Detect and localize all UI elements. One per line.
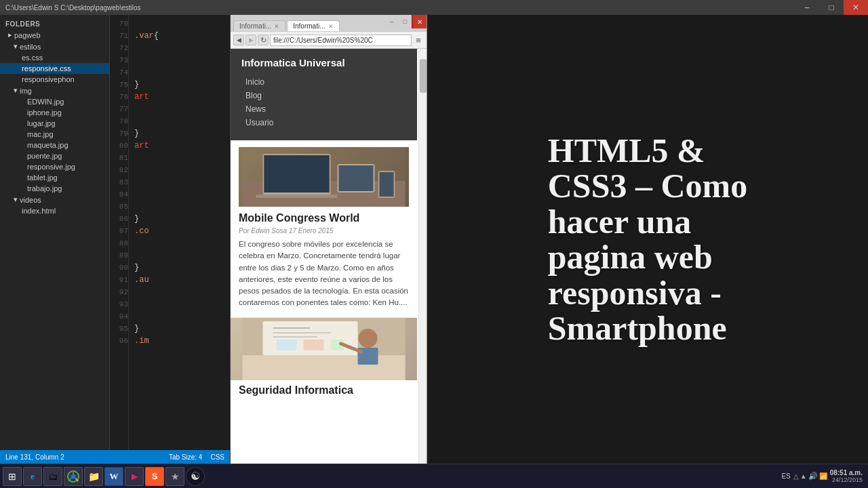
back-button[interactable]: ◀ — [233, 35, 244, 45]
wifi-icon[interactable]: 📶 — [819, 472, 827, 480]
file-tablet-jpg[interactable]: tablet.jpg — [0, 172, 109, 183]
laptop-image-svg — [239, 147, 409, 207]
code-editor: FOLDERS ▸pagweb ▾estilos es.css responsi… — [0, 15, 231, 464]
chrome-icon — [67, 470, 79, 483]
article-1-text: El congreso sobre móviles por excelencia… — [239, 239, 409, 309]
file-puente-jpg[interactable]: puente.jpg — [0, 150, 109, 161]
file-edwin-jpg[interactable]: EDWIN.jpg — [0, 96, 109, 107]
tray-icons: △ ▲ 🔊 📶 — [793, 472, 827, 481]
file-responsivephon[interactable]: responsivephon — [0, 74, 109, 85]
code-content: .var{ } art } art } .co } .au } .im — [129, 15, 230, 450]
folder-videos[interactable]: ▾videos — [0, 194, 109, 205]
code-text-area[interactable]: 7071727374 7576777879 8081828384 8586878… — [110, 15, 230, 450]
file-explorer: FOLDERS ▸pagweb ▾estilos es.css responsi… — [0, 15, 110, 450]
word-button[interactable]: W — [104, 467, 123, 486]
browser-tab-1[interactable]: Informati... ✕ — [233, 20, 285, 31]
volume-icon[interactable]: 🔊 — [808, 472, 818, 481]
nav-link-news[interactable]: News — [241, 102, 406, 116]
forward-button[interactable]: ▶ — [245, 35, 256, 45]
tray-arrow-icon[interactable]: △ — [793, 472, 799, 480]
app-yinyang-button[interactable]: ☯ — [186, 467, 205, 486]
line-numbers: 7071727374 7576777879 8081828384 8586878… — [110, 15, 129, 450]
file-lugar-jpg[interactable]: lugar.jpg — [0, 118, 109, 129]
maximize-button[interactable]: □ — [819, 0, 844, 15]
svg-rect-11 — [243, 355, 406, 380]
file-index-html[interactable]: index.html — [0, 205, 109, 216]
svg-rect-17 — [304, 340, 324, 350]
browser-content: Informatica Universal Inicio Blog News U… — [231, 49, 427, 464]
close-button[interactable]: ✕ — [844, 0, 868, 15]
browser-menu-button[interactable]: ≡ — [413, 35, 424, 45]
taskbar: ⊞ e 🗂 📁 W ▶ — [0, 464, 868, 488]
file-iphone-jpg[interactable]: iphone.jpg — [0, 107, 109, 118]
file-mac-jpg[interactable]: mac.jpg — [0, 129, 109, 140]
editor-status-bar: Line 131, Column 2 Tab Size: 4 CSS — [0, 450, 230, 464]
svg-point-19 — [359, 329, 378, 348]
browser-window-controls: – □ ✕ — [384, 15, 427, 28]
article-2-title: Seguridad Informatica — [231, 380, 417, 399]
app-star-button[interactable]: ★ — [165, 467, 184, 486]
article-1-image — [239, 147, 409, 207]
browser-window: Informati... ✕ Informati... ✕ – □ ✕ ◀ ▶ — [231, 15, 427, 464]
nav-link-inicio[interactable]: Inicio — [241, 75, 406, 89]
language-indicator: ES — [781, 472, 790, 480]
article-1: Mobile Congress World Por Edwin Sosa 17 … — [231, 140, 417, 318]
folder-estilos[interactable]: ▾estilos — [0, 41, 109, 52]
taskbar-tray: ES △ ▲ 🔊 📶 08:51 a.m. 24/12/2015 — [781, 469, 865, 483]
tutorial-panel: HTML5 & CSS3 – Como hacer una pagina web… — [427, 15, 868, 464]
explorer-button[interactable]: 🗂 — [43, 467, 62, 486]
chrome-button[interactable] — [64, 467, 83, 486]
clock-time: 08:51 a.m. — [830, 469, 863, 476]
file-maqueta-jpg[interactable]: maqueta.jpg — [0, 140, 109, 150]
tutorial-text: HTML5 & CSS3 – Como hacer una pagina web… — [548, 133, 747, 346]
article-1-meta: Por Edwin Sosa 17 Enero 2015 — [239, 227, 409, 235]
app-s-button[interactable]: S — [145, 467, 164, 486]
media-player-button[interactable]: ▶ — [125, 467, 144, 486]
file-es-css[interactable]: es.css — [0, 52, 109, 63]
clock-date: 24/12/2015 — [830, 476, 863, 483]
svg-rect-9 — [243, 147, 406, 207]
article-2-image — [231, 318, 417, 380]
address-input[interactable] — [270, 35, 412, 46]
tab-2-close[interactable]: ✕ — [328, 23, 334, 30]
network-icon[interactable]: ▲ — [800, 472, 807, 480]
svg-rect-16 — [277, 340, 297, 350]
window-controls: – □ ✕ — [795, 0, 868, 15]
window-titlebar: C:\Users\Edwin S C:\Desktop\pagweb\estil… — [0, 0, 868, 15]
person-image-svg — [231, 318, 417, 380]
start-button[interactable]: ⊞ — [3, 467, 22, 486]
website-content: Informatica Universal Inicio Blog News U… — [231, 49, 427, 405]
browser-scrollbar[interactable] — [418, 49, 427, 464]
window-title: C:\Users\Edwin S C:\Desktop\pagweb\estil… — [5, 4, 141, 12]
browser-tab-bar: Informati... ✕ Informati... ✕ – □ ✕ — [231, 15, 427, 31]
nav-link-blog[interactable]: Blog — [241, 89, 406, 102]
browser-maximize[interactable]: □ — [398, 15, 412, 28]
tab-1-close[interactable]: ✕ — [274, 23, 279, 30]
browser-close[interactable]: ✕ — [412, 15, 427, 28]
site-navigation: Informatica Universal Inicio Blog News U… — [231, 49, 417, 140]
ie-button[interactable]: e — [23, 467, 42, 486]
clock: 08:51 a.m. 24/12/2015 — [830, 469, 863, 483]
folders-header: FOLDERS — [0, 18, 109, 29]
file-responsive-jpg[interactable]: responsive.jpg — [0, 161, 109, 172]
browser-minimize[interactable]: – — [384, 15, 398, 28]
article-2: Seguridad Informatica — [231, 318, 417, 405]
file-responsive-css[interactable]: responsive.css — [0, 63, 109, 74]
browser-address-bar: ◀ ▶ ↻ ≡ — [231, 31, 427, 49]
file-trabajo-jpg[interactable]: trabajo.jpg — [0, 183, 109, 194]
svg-point-23 — [71, 474, 76, 479]
cursor-position: Line 131, Column 2 — [5, 453, 64, 461]
folder-pagweb[interactable]: ▸pagweb — [0, 29, 109, 41]
browser-tab-2[interactable]: Informati... ✕ — [287, 20, 339, 31]
language-mode: CSS — [210, 453, 224, 461]
scrollbar-thumb[interactable] — [420, 59, 427, 93]
folder-img[interactable]: ▾img — [0, 85, 109, 96]
refresh-button[interactable]: ↻ — [258, 35, 269, 45]
minimize-button[interactable]: – — [795, 0, 819, 15]
folder-button[interactable]: 📁 — [84, 467, 103, 486]
article-1-title: Mobile Congress World — [239, 212, 409, 224]
nav-link-usuario[interactable]: Usuario — [241, 116, 406, 129]
tab-size: Tab Size: 4 — [169, 453, 202, 461]
site-logo: Informatica Universal — [241, 57, 406, 68]
